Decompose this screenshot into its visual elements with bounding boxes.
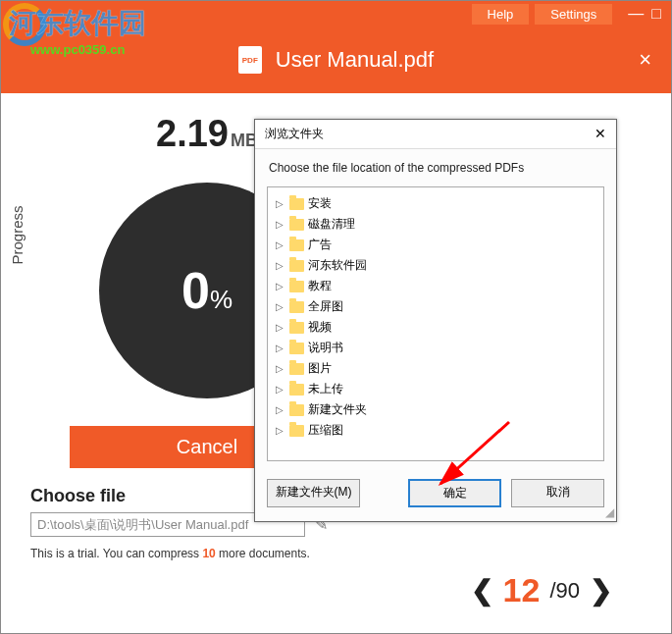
folder-icon	[289, 198, 304, 210]
expand-icon[interactable]: ▷	[276, 281, 285, 291]
expand-icon[interactable]: ▷	[276, 301, 285, 312]
expand-icon[interactable]: ▷	[276, 239, 285, 250]
folder-icon	[289, 219, 304, 231]
folder-icon	[289, 384, 304, 396]
percent-unit: %	[210, 285, 233, 314]
prev-page-icon[interactable]: ❮	[471, 574, 493, 607]
folder-label: 广告	[308, 237, 332, 253]
size-value: 2.19	[156, 113, 229, 154]
folder-label: 安装	[308, 195, 332, 212]
ok-button[interactable]: 确定	[408, 479, 501, 507]
page-current: 12	[503, 571, 541, 609]
folder-icon	[289, 322, 304, 334]
settings-button[interactable]: Settings	[535, 4, 612, 25]
folder-item[interactable]: ▷压缩图	[272, 420, 599, 441]
folder-icon	[289, 281, 304, 292]
page-total: /90	[549, 578, 580, 604]
expand-icon[interactable]: ▷	[276, 343, 285, 353]
expand-icon[interactable]: ▷	[276, 425, 285, 436]
folder-label: 新建文件夹	[308, 401, 367, 418]
next-page-icon[interactable]: ❯	[590, 574, 612, 607]
folder-label: 磁盘清理	[308, 216, 355, 233]
folder-icon	[289, 363, 304, 375]
browse-folder-dialog: 浏览文件夹 ✕ Choose the file location of the …	[254, 119, 617, 522]
folder-label: 图片	[308, 360, 332, 377]
folder-item[interactable]: ▷广告	[272, 235, 599, 255]
pager: ❮ 12 /90 ❯	[471, 571, 612, 609]
new-folder-button[interactable]: 新建文件夹(M)	[267, 479, 360, 507]
resize-grip-icon[interactable]: ◢	[605, 505, 614, 519]
folder-label: 河东软件园	[308, 257, 367, 274]
top-toolbar: Help Settings — □	[1, 1, 671, 26]
header-filename: User Manual.pdf	[276, 47, 434, 73]
expand-icon[interactable]: ▷	[276, 260, 285, 271]
maximize-icon[interactable]: □	[651, 5, 661, 23]
expand-icon[interactable]: ▷	[276, 404, 285, 415]
expand-icon[interactable]: ▷	[276, 363, 285, 374]
minimize-icon[interactable]: —	[628, 5, 644, 23]
expand-icon[interactable]: ▷	[276, 322, 285, 333]
dialog-cancel-button[interactable]: 取消	[511, 479, 604, 507]
progress-axis-label: Progress	[9, 205, 26, 264]
folder-label: 未上传	[308, 381, 343, 397]
progress-percent: 0	[181, 262, 210, 319]
expand-icon[interactable]: ▷	[276, 219, 285, 230]
folder-item[interactable]: ▷视频	[272, 317, 599, 338]
folder-item[interactable]: ▷图片	[272, 358, 599, 379]
folder-item[interactable]: ▷说明书	[272, 338, 599, 358]
folder-icon	[289, 301, 304, 313]
original-size: 2.19MB	[156, 113, 258, 155]
folder-icon	[289, 425, 304, 437]
folder-icon	[289, 239, 304, 251]
folder-label: 说明书	[308, 340, 343, 356]
folder-label: 压缩图	[308, 422, 343, 439]
dialog-close-icon[interactable]: ✕	[594, 126, 606, 142]
folder-item[interactable]: ▷教程	[272, 276, 599, 296]
folder-item[interactable]: ▷安装	[272, 193, 599, 214]
folder-icon	[289, 260, 304, 272]
close-file-icon[interactable]: ×	[639, 47, 651, 73]
dialog-message: Choose the file location of the compress…	[255, 149, 616, 183]
folder-item[interactable]: ▷未上传	[272, 379, 599, 399]
trial-notice: This is a trial. You can compress 10 mor…	[30, 547, 642, 560]
folder-label: 全屏图	[308, 298, 343, 315]
file-header: PDF User Manual.pdf ×	[1, 26, 671, 93]
help-button[interactable]: Help	[472, 4, 530, 25]
folder-icon	[289, 343, 304, 354]
folder-item[interactable]: ▷新建文件夹	[272, 399, 599, 420]
folder-label: 视频	[308, 319, 332, 336]
folder-item[interactable]: ▷磁盘清理	[272, 214, 599, 235]
expand-icon[interactable]: ▷	[276, 198, 285, 209]
dialog-title: 浏览文件夹	[265, 126, 324, 142]
pdf-icon: PDF	[238, 46, 262, 74]
folder-label: 教程	[308, 278, 332, 294]
expand-icon[interactable]: ▷	[276, 384, 285, 395]
folder-item[interactable]: ▷全屏图	[272, 296, 599, 317]
folder-tree[interactable]: ▷安装▷磁盘清理▷广告▷河东软件园▷教程▷全屏图▷视频▷说明书▷图片▷未上传▷新…	[267, 186, 604, 461]
folder-item[interactable]: ▷河东软件园	[272, 255, 599, 276]
folder-icon	[289, 404, 304, 416]
